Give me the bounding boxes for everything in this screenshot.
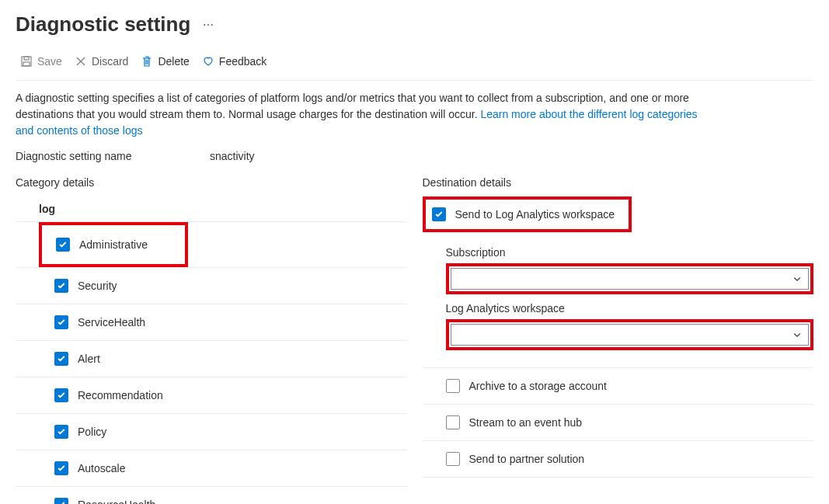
svg-rect-1	[24, 57, 29, 60]
category-row-resourcehealth: ResourceHealth	[16, 486, 407, 504]
destination-checkbox-archive[interactable]	[446, 379, 460, 393]
destination-label-archive: Archive to a storage account	[469, 380, 607, 392]
category-row-policy: Policy	[16, 413, 407, 450]
discard-button[interactable]: Discard	[70, 52, 133, 71]
category-row-alert: Alert	[16, 340, 407, 377]
save-button[interactable]: Save	[16, 52, 67, 71]
destination-details: Destination details Send to Log Analytic…	[423, 176, 814, 504]
category-row-administrative: Administrative	[44, 227, 179, 262]
destination-other-list: Archive to a storage accountStream to an…	[423, 367, 814, 478]
discard-label: Discard	[92, 55, 128, 68]
delete-icon	[141, 55, 153, 68]
category-checkbox-recommendation[interactable]	[54, 388, 68, 402]
page-title: Diagnostic setting	[16, 12, 190, 36]
workspace-label: Log Analytics workspace	[446, 302, 814, 315]
category-checkbox-resourcehealth[interactable]	[54, 498, 68, 504]
send-law-checkbox[interactable]	[432, 207, 446, 221]
destination-row-archive: Archive to a storage account	[423, 368, 814, 405]
destination-row-eventhub: Stream to an event hub	[423, 405, 814, 441]
category-label-resourcehealth: ResourceHealth	[78, 499, 155, 504]
category-checkbox-security[interactable]	[54, 279, 68, 293]
category-row-autoscale: Autoscale	[16, 450, 407, 486]
feedback-button[interactable]: Feedback	[197, 52, 271, 71]
chevron-down-icon	[792, 274, 802, 283]
category-label-alert: Alert	[78, 353, 100, 365]
page-header: Diagnostic setting ⋯	[16, 0, 813, 44]
category-checkbox-alert[interactable]	[54, 352, 68, 366]
discard-icon	[75, 55, 87, 68]
send-law-label: Send to Log Analytics workspace	[455, 208, 615, 221]
category-row-security: Security	[16, 267, 407, 304]
destination-label-eventhub: Stream to an event hub	[469, 416, 583, 429]
destination-row-partner: Send to partner solution	[423, 441, 814, 478]
category-label-policy: Policy	[78, 426, 106, 438]
category-label-security: Security	[78, 280, 117, 292]
category-label-recommendation: Recommendation	[78, 389, 163, 401]
send-law-row: Send to Log Analytics workspace	[427, 201, 622, 228]
chevron-down-icon	[792, 330, 802, 339]
category-label-administrative: Administrative	[79, 238, 148, 251]
svg-rect-2	[23, 62, 30, 66]
category-details-title: Category details	[16, 176, 407, 189]
category-list: AdministrativeSecurityServiceHealthAlert…	[16, 221, 407, 504]
category-details: Category details log AdministrativeSecur…	[16, 176, 407, 504]
category-checkbox-servicehealth[interactable]	[54, 315, 68, 329]
category-checkbox-policy[interactable]	[54, 425, 68, 439]
more-icon[interactable]: ⋯	[203, 19, 215, 31]
workspace-select[interactable]	[451, 324, 810, 346]
category-label-autoscale: Autoscale	[78, 462, 125, 474]
destination-checkbox-eventhub[interactable]	[446, 415, 460, 429]
destination-checkbox-partner[interactable]	[446, 452, 460, 466]
delete-label: Delete	[158, 55, 189, 68]
delete-button[interactable]: Delete	[136, 52, 193, 71]
setting-name-row: Diagnostic setting name snactivity	[16, 150, 813, 162]
toolbar: Save Discard Delete Feedback	[16, 44, 813, 81]
destination-label-partner: Send to partner solution	[469, 453, 585, 465]
category-label-servicehealth: ServiceHealth	[78, 316, 145, 328]
category-checkbox-administrative[interactable]	[56, 238, 70, 252]
setting-name-value: snactivity	[210, 150, 255, 162]
category-group-heading: log	[39, 196, 407, 221]
setting-name-label: Diagnostic setting name	[16, 150, 210, 162]
save-icon	[20, 55, 33, 68]
destination-details-title: Destination details	[423, 176, 814, 189]
feedback-label: Feedback	[219, 55, 266, 68]
subscription-select[interactable]	[451, 268, 810, 290]
subscription-label: Subscription	[446, 246, 814, 259]
save-label: Save	[37, 55, 62, 68]
category-row-servicehealth: ServiceHealth	[16, 304, 407, 340]
description: A diagnostic setting specifies a list of…	[16, 90, 699, 139]
feedback-icon	[202, 55, 214, 68]
category-row-recommendation: Recommendation	[16, 377, 407, 413]
category-checkbox-autoscale[interactable]	[54, 461, 68, 475]
